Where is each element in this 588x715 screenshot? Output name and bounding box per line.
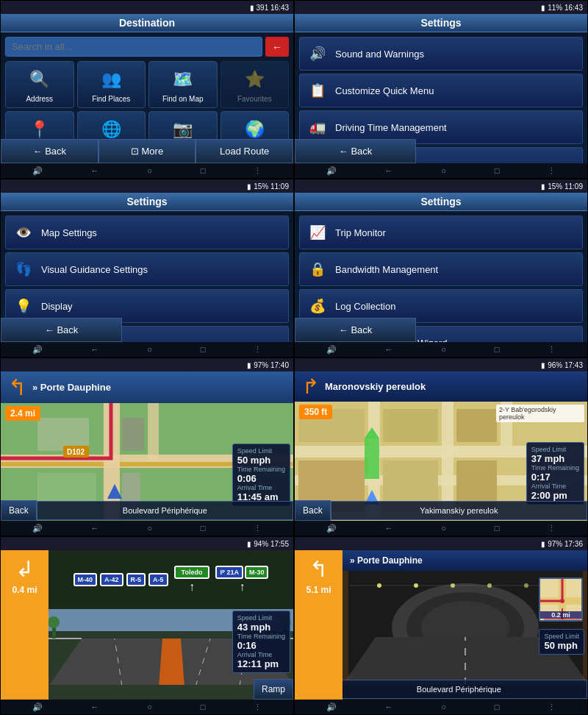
highway-signs-area: M-40 A-42 R-5 A-5 Toledo ↑ Iᵖ 21A M-30 ↑	[49, 550, 293, 609]
settings-visual[interactable]: 👣 Visual Guidance Settings	[5, 252, 289, 286]
nav-menu-s2[interactable]: □	[201, 345, 206, 354]
nav-home-s1[interactable]: ○	[441, 166, 446, 175]
settings-map[interactable]: 👁️ Map Settings	[5, 216, 289, 249]
map2-bottom: Back Yakimanskiy pereulok	[295, 500, 587, 521]
nav-menu-s1[interactable]: □	[495, 166, 500, 175]
nav-menu-s3[interactable]: □	[495, 345, 500, 354]
dest-address[interactable]: 🔍 Address	[5, 61, 74, 108]
highway-panel: ▮ 94% 17:55 ↲ 0.4 mi M-40 A-42 R-5 A-5 T…	[0, 536, 294, 715]
address-icon: 🔍	[26, 66, 53, 93]
nav-bk-t1[interactable]: ←	[385, 702, 393, 711]
nav-home[interactable]: ○	[147, 166, 152, 175]
nav-hm-h1[interactable]: ○	[147, 702, 152, 711]
back-button-s3[interactable]: ← Back	[295, 318, 416, 342]
back-button-dest[interactable]: ← Back	[1, 139, 98, 163]
street-label-t1: Boulevard Périphérique	[331, 680, 587, 699]
nav-volume-s2[interactable]: 🔊	[32, 345, 43, 355]
nav-back[interactable]: ←	[91, 166, 99, 175]
nav-back-s1[interactable]: ←	[385, 166, 393, 175]
nav-vol-t1[interactable]: 🔊	[326, 702, 337, 712]
driving-time-icon: 🚛	[307, 117, 328, 138]
settings-header-3: Settings	[295, 193, 587, 211]
back-button-s2[interactable]: ← Back	[1, 318, 122, 342]
settings-quick-menu[interactable]: 📋 Customize Quick Menu	[299, 74, 583, 107]
settings-trip[interactable]: 📈 Trip Monitor	[299, 216, 583, 249]
nav-mn-h1[interactable]: □	[201, 702, 206, 711]
svg-point-46	[414, 583, 418, 588]
sign-a5: A-5	[148, 573, 168, 586]
nav-mn-t1[interactable]: □	[495, 702, 500, 711]
find-map-icon: 🗺️	[170, 66, 196, 93]
search-input[interactable]	[5, 37, 262, 57]
destination-panel: ▮ 391 16:43 Destination ← 🔍 Address 👥 Fi…	[0, 0, 294, 179]
arrow-up-sign: ↑	[189, 580, 195, 594]
nav-more-s3[interactable]: ⋮	[548, 345, 556, 355]
nav-bk-h1[interactable]: ←	[91, 702, 99, 711]
trip-icon: 📈	[307, 222, 328, 243]
nav-more-s1[interactable]: ⋮	[548, 166, 556, 176]
distance-badge-m2: 350 ft	[299, 405, 332, 419]
dest-favourites[interactable]: ⭐ Favourites	[220, 61, 290, 108]
nav-mn-m1[interactable]: □	[201, 524, 206, 533]
info-box-m2: Speed Limit 37 mph Time Remaining 0:17 A…	[526, 442, 584, 505]
nav-volume[interactable]: 🔊	[32, 166, 43, 176]
nav-mr-t1[interactable]: ⋮	[548, 702, 556, 712]
nav-hm-m2[interactable]: ○	[441, 524, 446, 533]
status-bar-m2: ▮ 96% 17:43	[295, 358, 587, 371]
map-panel-1: ▮ 97% 17:40 ↰ » Porte Dauphine	[0, 358, 294, 536]
nav-bk-m1[interactable]: ←	[91, 524, 99, 533]
nav-home-s3[interactable]: ○	[441, 345, 446, 354]
nav-hm-m1[interactable]: ○	[147, 524, 152, 533]
status-text-m2: ▮ 96% 17:43	[541, 361, 583, 369]
load-route-button[interactable]: Load Route	[196, 139, 293, 163]
dist-badge-h1: 0.4 mi	[12, 585, 37, 595]
nav-volume-s1[interactable]: 🔊	[326, 166, 337, 176]
svg-point-48	[487, 583, 492, 588]
nav-back-s2[interactable]: ←	[91, 345, 99, 354]
mini-map-t1: 0.2 mi	[539, 577, 583, 622]
back-btn-m1[interactable]: Back	[1, 500, 37, 521]
arrival-label-m1: Arrival Time	[237, 484, 285, 491]
dest-find-map[interactable]: 🗺️ Find on Map	[148, 61, 218, 108]
arrival-val-m2: 2:00 pm	[531, 490, 579, 501]
nav-home-s2[interactable]: ○	[147, 345, 152, 354]
settings-panel-2: ▮ 15% 11:09 Settings 👁️ Map Settings 👣 V…	[0, 179, 294, 358]
favourites-icon: ⭐	[241, 66, 268, 93]
settings-bandwidth[interactable]: 🔒 Bandwidth Management	[299, 252, 583, 286]
svg-point-47	[451, 583, 455, 588]
sign-toledo: Toledo	[174, 566, 210, 579]
nav-more[interactable]: ⋮	[254, 166, 262, 176]
more-button[interactable]: ⊡ More	[98, 139, 196, 163]
speed-val-m2: 37 mph	[531, 453, 579, 464]
sign-21a-m30-row: Iᵖ 21A M-30	[215, 566, 268, 579]
svg-rect-54	[583, 571, 587, 685]
nav-mr-m2[interactable]: ⋮	[548, 524, 556, 533]
nav-hm-t1[interactable]: ○	[441, 702, 446, 711]
back-btn-m2[interactable]: Back	[295, 500, 331, 521]
nav-mn-m2[interactable]: □	[495, 524, 500, 533]
nav-vol-m2[interactable]: 🔊	[326, 524, 337, 533]
nav-back-s3[interactable]: ←	[385, 345, 393, 354]
status-bar-h1: ▮ 94% 17:55	[1, 537, 293, 550]
status-text-s3: ▮ 15% 11:09	[541, 182, 583, 191]
nav-vol-h1[interactable]: 🔊	[32, 702, 43, 712]
nav-volume-s3[interactable]: 🔊	[326, 345, 337, 355]
ramp-btn-h1[interactable]: Ramp	[254, 679, 293, 700]
bandwidth-icon: 🔒	[307, 259, 328, 280]
nav-bar-m2: 🔊 ← ○ □ ⋮	[295, 521, 587, 536]
settings3-bottom: ← Back	[295, 318, 587, 342]
back-button-s1[interactable]: ← Back	[295, 139, 416, 163]
dest-find-places[interactable]: 👥 Find Places	[77, 61, 146, 108]
sign-m40: M-40	[74, 573, 98, 586]
nav-menu[interactable]: □	[201, 166, 206, 175]
nav-vol-m1[interactable]: 🔊	[32, 524, 43, 533]
search-clear-button[interactable]: ←	[265, 37, 289, 57]
nav-more-s2[interactable]: ⋮	[254, 345, 262, 355]
settings-sound-warnings[interactable]: 🔊 Sound and Warnings	[299, 37, 583, 71]
nav-mr-m1[interactable]: ⋮	[254, 524, 262, 533]
nav-bk-m2[interactable]: ←	[385, 524, 393, 533]
info-box-m1: Speed Limit 50 mph Time Remaining 0:06 A…	[232, 444, 290, 506]
nav-bar-dest: 🔊 ← ○ □ ⋮	[1, 163, 293, 178]
nav-mr-h1[interactable]: ⋮	[254, 702, 262, 712]
svg-rect-18	[383, 409, 438, 442]
